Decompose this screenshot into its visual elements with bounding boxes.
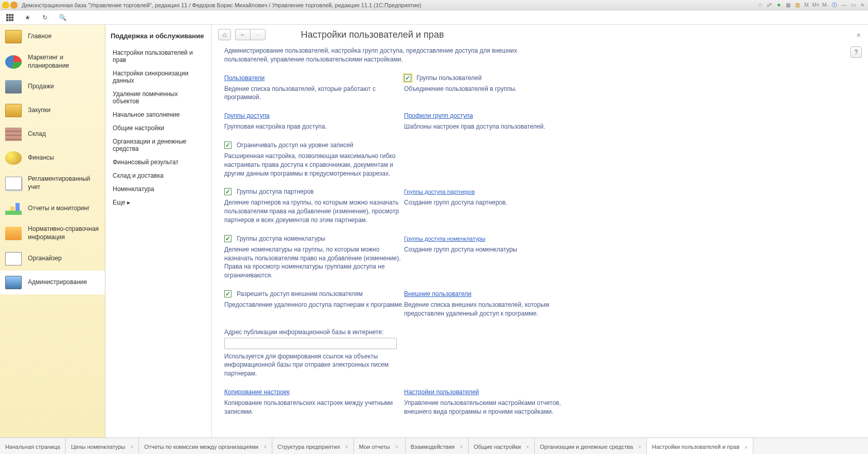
- desc-access-groups: Групповая настройка прав доступа.: [224, 122, 404, 131]
- desc-partner-groups: Деление партнеров на группы, по которым …: [224, 198, 404, 224]
- tab-close-icon[interactable]: ×: [460, 444, 463, 450]
- link-external-users[interactable]: Внешние пользователи: [404, 290, 471, 298]
- link-copy-settings[interactable]: Копирование настроек: [224, 388, 290, 396]
- home-icon: ⌂: [223, 31, 226, 38]
- side-delete-marked[interactable]: Удаление помеченных объектов: [111, 87, 206, 108]
- nav-marketing[interactable]: Маркетинг и планирование: [0, 49, 105, 75]
- home-button[interactable]: ⌂: [218, 29, 231, 40]
- desc-user-settings: Управление пользовательскими настройками…: [404, 399, 590, 416]
- apps-icon[interactable]: [5, 13, 14, 22]
- desc-external-users: Предоставление удаленного доступа партне…: [224, 301, 404, 309]
- tab-label: Настройки пользователей и прав: [652, 444, 739, 450]
- side-warehouse[interactable]: Склад и доставка: [111, 169, 206, 182]
- close-panel-button[interactable]: ×: [857, 31, 861, 39]
- side-initial-fill[interactable]: Начальное заполнение: [111, 108, 206, 121]
- tab-close-icon[interactable]: ×: [130, 444, 133, 450]
- chk-external-users[interactable]: [224, 290, 231, 298]
- tab-0[interactable]: Начальная страница: [0, 438, 66, 454]
- lbl-partner-groups: Группы доступа партнеров: [237, 188, 314, 195]
- link-nomen-groups[interactable]: Группы доступа номенклатуры: [404, 236, 485, 242]
- tb-max-icon[interactable]: ▭: [849, 2, 857, 9]
- side-general[interactable]: Общие настройки: [111, 121, 206, 135]
- side-users-rights[interactable]: Настройки пользователей и прав: [111, 46, 206, 67]
- tab-4[interactable]: Мои отчеты×: [354, 438, 406, 454]
- page-title: Настройки пользователей и прав: [301, 29, 444, 40]
- lbl-user-groups: Группы пользователей: [416, 74, 482, 82]
- tb-mminus[interactable]: M-: [822, 2, 829, 9]
- link-partner-groups[interactable]: Группы доступа партнеров: [404, 189, 475, 195]
- tab-close-icon[interactable]: ×: [745, 445, 748, 450]
- link-users[interactable]: Пользователи: [224, 74, 265, 82]
- search-icon[interactable]: 🔍: [58, 13, 67, 22]
- nav-refdata[interactable]: Нормативно-справочная информация: [0, 220, 105, 246]
- tb-mplus[interactable]: M+: [812, 2, 819, 9]
- back-button[interactable]: ←: [235, 29, 250, 40]
- window-tabs: Начальная страницаЦены номенклатуры×Отче…: [0, 437, 868, 454]
- side-fin-result[interactable]: Финансовый результат: [111, 155, 206, 169]
- side-nomenclature[interactable]: Номенклатура: [111, 182, 206, 196]
- side-sync[interactable]: Настройки синхронизации данных: [111, 67, 206, 87]
- link-access-profiles[interactable]: Профили групп доступа: [404, 112, 473, 119]
- tab-close-icon[interactable]: ×: [395, 444, 398, 450]
- lbl-external-users: Разрешить доступ внешним пользователям: [237, 290, 363, 298]
- tab-3[interactable]: Структура предприятия×: [272, 438, 354, 454]
- tab-8[interactable]: Настройки пользователей и прав×: [647, 437, 753, 454]
- tab-label: Мои отчеты: [359, 444, 390, 450]
- desc-nomen-groups-r: Создание групп доступа номенклатуры: [404, 245, 590, 254]
- chk-user-groups[interactable]: [404, 74, 411, 82]
- favorite-icon[interactable]: ★: [23, 13, 32, 22]
- tab-5[interactable]: Взаимодействия×: [406, 438, 469, 454]
- tb-close-icon[interactable]: ✕: [859, 2, 866, 9]
- forward-button[interactable]: →: [250, 29, 266, 40]
- tb-link-icon[interactable]: ☍: [766, 2, 773, 9]
- tb-info-icon[interactable]: ⓘ: [831, 2, 838, 9]
- nav-main[interactable]: Главное: [0, 25, 105, 49]
- titlebar: Демонстрационная база "Управление торгов…: [0, 0, 868, 10]
- nav-warehouse[interactable]: Склад: [0, 122, 105, 146]
- desc-external-users-r: Ведение списка внешних пользователей, ко…: [404, 301, 590, 318]
- tab-label: Структура предприятия: [277, 444, 340, 450]
- tab-close-icon[interactable]: ×: [264, 444, 267, 450]
- link-user-settings[interactable]: Настройки пользователей: [404, 388, 479, 396]
- tb-calc-icon[interactable]: ▦: [784, 2, 792, 9]
- section-sidebar: Главное Маркетинг и планирование Продажи…: [0, 25, 105, 437]
- tb-cal-icon[interactable]: ▥: [794, 2, 801, 9]
- desc-nomen-groups: Деление номенклатуры на группы, по котор…: [224, 245, 404, 280]
- tb-star-icon[interactable]: ★: [775, 2, 782, 9]
- tab-1[interactable]: Цены номенклатуры×: [66, 438, 139, 454]
- tab-6[interactable]: Общие настройки×: [469, 438, 535, 454]
- tab-7[interactable]: Организации и денежные средства×: [535, 438, 647, 454]
- tab-close-icon[interactable]: ×: [526, 444, 529, 450]
- dropdown-icon[interactable]: [10, 2, 18, 9]
- side-more[interactable]: Еще ▸: [111, 196, 206, 209]
- history-icon[interactable]: ↻: [40, 13, 50, 22]
- tab-label: Общие настройки: [474, 444, 521, 450]
- nav-accounting[interactable]: Регламентированный учет: [0, 170, 105, 196]
- help-button[interactable]: ?: [850, 46, 862, 58]
- tb-min-icon[interactable]: —: [840, 2, 847, 9]
- nav-purchases[interactable]: Закупки: [0, 99, 105, 122]
- tab-close-icon[interactable]: ×: [638, 444, 641, 450]
- chk-nomen-groups[interactable]: [224, 235, 231, 242]
- tab-2[interactable]: Отчеты по комиссии между организациями×: [139, 438, 272, 454]
- nav-organizer[interactable]: Органайзер: [0, 247, 105, 271]
- desc-user-groups: Объединение пользователей в группы.: [404, 85, 590, 93]
- lbl-record-level: Ограничивать доступ на уровне записей: [237, 142, 353, 149]
- hint-publish-url: Используется для формирования ссылок на …: [224, 352, 410, 378]
- nav-reports[interactable]: Отчеты и мониторинг: [0, 196, 105, 220]
- nav-sales[interactable]: Продажи: [0, 75, 105, 99]
- link-access-groups[interactable]: Группы доступа: [224, 112, 270, 119]
- side-orgs-money[interactable]: Организации и денежные средства: [111, 135, 206, 155]
- chk-record-level[interactable]: [224, 142, 231, 149]
- tb-m[interactable]: M: [803, 2, 810, 9]
- input-publish-url[interactable]: [224, 338, 397, 349]
- subsection-heading: Поддержка и обслуживание: [111, 32, 206, 40]
- nav-finance[interactable]: Финансы: [0, 146, 105, 170]
- tab-close-icon[interactable]: ×: [345, 444, 348, 450]
- lbl-nomen-groups: Группы доступа номенклатуры: [237, 235, 326, 242]
- tb-fav-icon[interactable]: ☆: [756, 2, 764, 9]
- chk-partner-groups[interactable]: [224, 188, 231, 195]
- desc-users: Ведение списка пользователей, которые ра…: [224, 85, 404, 102]
- nav-admin[interactable]: Администрирование: [0, 271, 105, 294]
- window-title: Демонстрационная база "Управление торгов…: [20, 2, 756, 8]
